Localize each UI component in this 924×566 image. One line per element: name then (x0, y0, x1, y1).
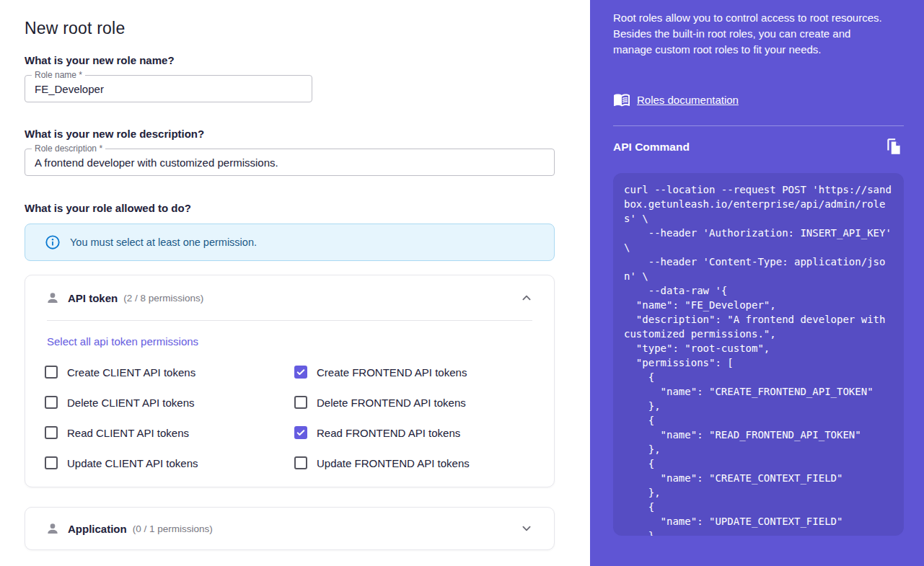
permission-row[interactable]: Create CLIENT API tokens (45, 366, 294, 379)
permission-label[interactable]: Read FRONTEND API tokens (317, 427, 460, 439)
accordion-title: Application (68, 523, 127, 535)
permission-row[interactable]: Read CLIENT API tokens (45, 426, 294, 439)
sidebar-divider (613, 125, 904, 126)
permission-grid: Create CLIENT API tokensDelete CLIENT AP… (45, 357, 532, 478)
copy-button[interactable] (884, 137, 904, 157)
menu-book-icon (613, 91, 630, 108)
person-icon (45, 291, 60, 305)
role-description-field-label: Role description * (32, 143, 105, 154)
accordion-application-header[interactable]: Application (0 / 1 permissions) (25, 508, 554, 549)
copy-icon (884, 137, 903, 156)
docs-link-row: Roles documentation (613, 91, 739, 108)
api-command-row: API Command (613, 137, 904, 157)
role-name-question: What is your new role name? (25, 54, 175, 66)
checkbox-unchecked[interactable] (45, 456, 58, 469)
permission-label[interactable]: Update FRONTEND API tokens (317, 457, 470, 469)
check-icon (296, 428, 306, 438)
permission-row[interactable]: Read FRONTEND API tokens (294, 426, 532, 439)
checkbox-checked[interactable] (294, 366, 307, 379)
permission-label[interactable]: Read CLIENT API tokens (67, 427, 189, 439)
permission-label[interactable]: Update CLIENT API tokens (67, 457, 198, 469)
permission-row[interactable]: Update FRONTEND API tokens (294, 456, 532, 469)
accordion-permission-count: (2 / 8 permissions) (123, 293, 203, 304)
info-sidebar: Root roles allow you to control access t… (590, 0, 924, 566)
permission-row[interactable]: Update CLIENT API tokens (45, 456, 294, 469)
new-root-role-page: New root role What is your new role name… (0, 0, 924, 566)
accordion-divider (47, 320, 532, 321)
permission-label[interactable]: Delete CLIENT API tokens (67, 397, 194, 409)
role-permissions-question: What is your role allowed to do? (25, 202, 191, 214)
checkbox-checked[interactable] (294, 426, 307, 439)
page-title: New root role (25, 19, 125, 38)
info-icon (45, 234, 61, 250)
permission-label[interactable]: Create CLIENT API tokens (67, 366, 195, 379)
api-command-code-block[interactable]: curl --location --request POST 'https://… (613, 173, 904, 536)
checkbox-unchecked[interactable] (294, 396, 307, 409)
accordion-application: Application (0 / 1 permissions) (25, 507, 555, 550)
person-icon (45, 521, 60, 536)
sidebar-description: Root roles allow you to control access t… (613, 10, 886, 58)
api-command-title: API Command (613, 141, 690, 154)
accordion-title: API token (68, 292, 118, 304)
checkbox-unchecked[interactable] (45, 366, 58, 379)
accordion-api-token-header[interactable]: API token (2 / 8 permissions) (25, 275, 554, 320)
select-all-api-token-permissions-link[interactable]: Select all api token permissions (47, 335, 198, 348)
permission-row[interactable]: Delete CLIENT API tokens (45, 396, 294, 409)
chevron-up-icon[interactable] (518, 289, 535, 306)
permission-row[interactable]: Create FRONTEND API tokens (294, 366, 532, 379)
permission-info-alert: You must select at least one permission. (25, 224, 555, 261)
accordion-permission-count: (0 / 1 permissions) (133, 523, 213, 534)
role-description-field: Role description * (25, 149, 555, 176)
permission-label[interactable]: Create FRONTEND API tokens (317, 366, 467, 379)
check-icon (296, 367, 306, 377)
role-description-question: What is your new role description? (25, 128, 204, 140)
accordion-api-token: API token (2 / 8 permissions) Select all… (25, 275, 555, 487)
checkbox-unchecked[interactable] (294, 456, 307, 469)
role-name-field: Role name * (25, 75, 312, 102)
checkbox-unchecked[interactable] (45, 396, 58, 409)
role-name-field-label: Role name * (32, 70, 85, 80)
chevron-down-icon[interactable] (518, 520, 535, 537)
form-panel: New root role What is your new role name… (0, 0, 590, 566)
curl-command: curl --location --request POST 'https://… (624, 182, 893, 536)
alert-text: You must select at least one permission. (70, 236, 257, 248)
permission-row[interactable]: Delete FRONTEND API tokens (294, 396, 532, 409)
roles-documentation-link[interactable]: Roles documentation (637, 94, 739, 106)
checkbox-unchecked[interactable] (45, 426, 58, 439)
permission-label[interactable]: Delete FRONTEND API tokens (317, 397, 466, 409)
